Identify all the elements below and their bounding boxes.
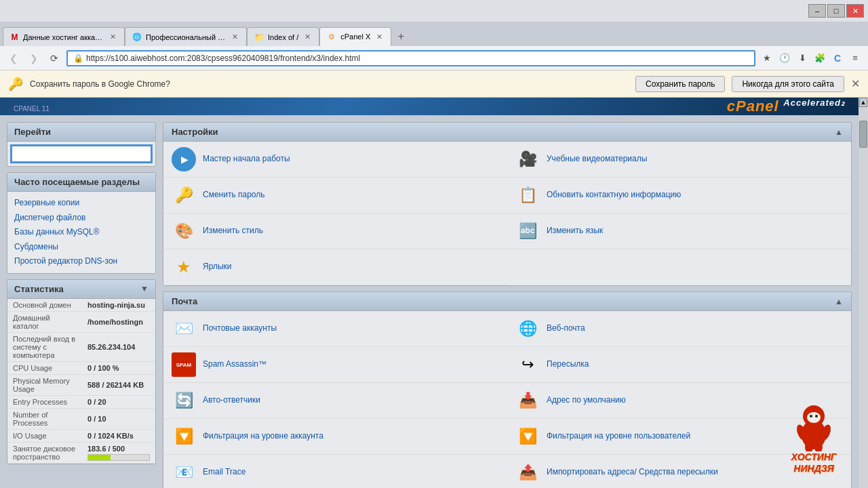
settings-grid: Мастер начала работы🎥Учебные видеоматери… [163,142,851,285]
stats-value: 0 / 100 % [82,361,155,374]
tab-cpanel-close[interactable]: ✕ [374,32,384,41]
address-input[interactable]: 🔒 https://s100.aiwebhost.com:2083/cpsess… [66,50,755,66]
mail-item-forward[interactable]: ↪Пересылка [507,347,851,383]
mascot-figure [787,397,841,451]
tab-gmail[interactable]: M Данные хостинг аккаунт... ✕ [3,27,125,46]
maximize-button[interactable]: □ [827,4,845,18]
link-dns[interactable]: Простой редактор DNS-зон [14,254,149,269]
settings-item-bookmarks[interactable]: ★Ярлыки [163,249,507,285]
camera-icon: 🎥 [515,147,540,171]
stats-value: 588 / 262144 KB [82,374,155,395]
link-backups[interactable]: Резервные копии [14,196,149,211]
right-scrollbar[interactable]: ▲ [859,98,868,488]
frequent-section: Часто посещаемые разделы Резервные копии… [7,172,156,274]
stats-value: hosting-ninja.su [82,299,155,312]
settings-section: Настройки ▲ Мастер начала работы🎥Учебные… [163,122,852,286]
mail-collapse-icon[interactable]: ▲ [835,297,843,306]
svg-point-2 [807,412,821,423]
tab-index-label: Index of / [268,33,298,41]
tab-index[interactable]: 📁 Index of / ✕ [247,27,319,46]
stats-label: CPU Usage [7,361,82,374]
extensions-icon[interactable]: 🧩 [812,51,827,66]
filter-mail-icon: 🔽 [515,424,540,449]
minimize-button[interactable]: – [808,4,826,18]
stats-row: Physical Memory Usage588 / 262144 KB [7,374,155,395]
browser-frame: – □ ✕ M Данные хостинг аккаунт... ✕ 🌐 Пр… [0,0,868,488]
stats-value: 85.26.234.104 [82,332,155,361]
tab-bar: M Данные хостинг аккаунт... ✕ 🌐 Професси… [0,22,868,46]
cpanel-version-label: CPANEL 11 [14,105,50,113]
stats-value: /home/hostingn [82,311,155,332]
chrome-icon[interactable]: C [830,51,845,66]
mascot-text-line2: НИНДЗЯ [793,463,833,474]
never-save-button[interactable]: Никогда для этого сайта [732,76,844,92]
tab-professional-close[interactable]: ✕ [231,33,239,42]
auto-mail-icon: 🔄 [172,388,196,413]
settings-item-language[interactable]: 🔤Изменить язык [507,214,851,249]
settings-item-password[interactable]: 🔑Сменить пароль [163,178,507,214]
key-icon: 🔑 [172,183,196,207]
mail-label-webmail: Веб-почта [547,323,585,334]
stats-row: CPU Usage0 / 100 % [7,361,155,374]
settings-item-wizard[interactable]: Мастер начала работы [163,142,507,178]
goto-title: Перейти [14,127,51,137]
stats-row: Домашний каталог/home/hostingn [7,311,155,332]
password-bar-close[interactable]: ✕ [851,77,860,90]
stats-table: Основной доменhosting-ninja.suДомашний к… [7,299,155,464]
mail-item-accounts[interactable]: ✉️Почтовые аккаунты [163,311,507,347]
settings-label-bookmarks: Ярлыки [203,262,232,272]
tab-professional[interactable]: 🌐 Профессиональный хос... ✕ [125,27,247,46]
folder-icon: 📁 [254,33,264,42]
mail-item-trace[interactable]: 📧Email Trace [163,455,507,488]
mail-item-webmail[interactable]: 🌐Веб-почта [507,311,851,347]
mail-item-spam[interactable]: SPAMSpam Assassin™ [163,347,507,383]
stats-label: Последний вход в систему с компьютера [7,332,82,361]
link-filemanager[interactable]: Диспетчер файлов [14,211,149,226]
mail-item-autoresponder[interactable]: 🔄Авто-ответчики [163,383,507,419]
default-mail-icon: 📥 [515,388,540,413]
new-tab-button[interactable]: + [391,27,410,46]
web-icon: 🌐 [132,33,142,42]
style-icon: 🎨 [172,219,196,243]
tab-index-close[interactable]: ✕ [302,33,312,42]
settings-item-tutorials[interactable]: 🎥Учебные видеоматериалы [507,142,851,178]
mail-section: Почта ▲ ✉️Почтовые аккаунты🌐Веб-почтаSPA… [163,291,852,488]
download-icon[interactable]: ⬇ [795,51,810,66]
goto-input[interactable] [12,146,151,162]
reload-button[interactable]: ⟳ [46,50,62,66]
settings-item-contact[interactable]: 📋Обновить контактную информацию [507,178,851,214]
title-bar-buttons: – □ ✕ [808,4,864,18]
stats-title: Статистика [14,284,64,294]
mail-mail-icon: ✉️ [172,317,196,341]
svg-point-4 [815,415,818,418]
save-password-button[interactable]: Сохранить пароль [635,76,725,92]
mail-label-import: Импортировать адреса/ Средства пересылки [547,467,718,478]
link-mysql[interactable]: Базы данных MySQL® [14,225,149,240]
scrollbar-up-button[interactable]: ▲ [859,98,867,107]
gmail-icon: M [10,33,19,42]
address-text: https://s100.aiwebhost.com:2083/cpsess96… [86,54,360,63]
stats-label: Занятое дисковое пространство [7,442,82,463]
scrollbar-thumb[interactable] [859,121,867,148]
settings-collapse-icon[interactable]: ▲ [835,127,843,137]
stats-row: Занятое дисковое пространство183.6 / 500 [7,442,155,463]
mail-label-spam: Spam Assassin™ [203,359,267,370]
settings-item-style[interactable]: 🎨Изменить стиль [163,214,507,249]
history-icon[interactable]: 🕐 [777,51,792,66]
link-subdomains[interactable]: Субдомены [14,240,149,255]
forward-button[interactable]: ❯ [26,50,42,66]
back-button[interactable]: ❮ [5,50,22,66]
tab-gmail-close[interactable]: ✕ [108,33,117,42]
bookmark-star-icon[interactable]: ★ [760,51,774,66]
stats-row: Entry Processes0 / 20 [7,395,155,408]
stats-row: Последний вход в систему с компьютера85.… [7,332,155,361]
spam-mail-icon: SPAM [172,352,196,377]
menu-icon[interactable]: ≡ [848,51,863,66]
settings-label-contact: Обновить контактную информацию [547,190,681,201]
tab-cpanel[interactable]: ⚙ cPanel X ✕ [319,27,391,46]
stats-label: Number of Processes [7,408,82,429]
svg-point-3 [810,415,812,418]
mail-item-filter_account[interactable]: 🔽Фильтрация на уровне аккаунта [163,419,507,455]
stats-collapse-icon[interactable]: ▼ [140,284,149,293]
close-button[interactable]: ✕ [846,4,864,18]
